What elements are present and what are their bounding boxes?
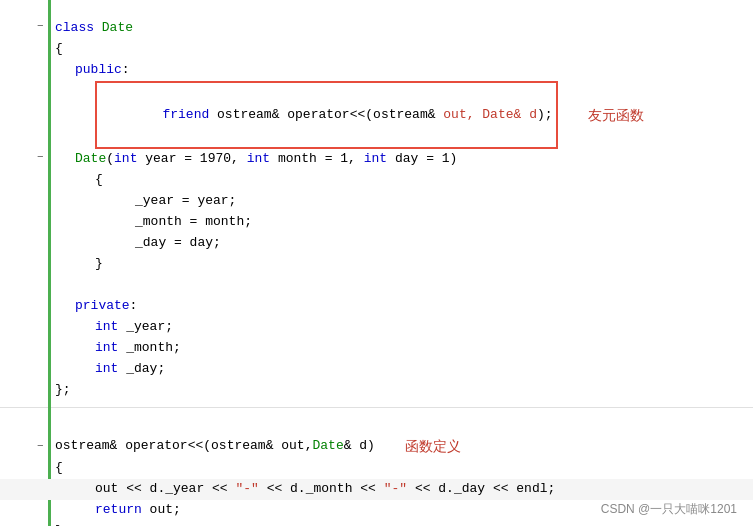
code-line: _month = month; <box>55 212 741 233</box>
code-line-func: − ostream& operator<<(ostream& out,Date&… <box>55 435 741 457</box>
code-line <box>55 275 741 296</box>
code-line: } <box>55 521 741 526</box>
paren-open: ( <box>365 107 373 122</box>
friend-annotation: 友元函数 <box>588 104 644 126</box>
code-line: } <box>55 254 741 275</box>
left-bar <box>48 0 51 526</box>
code-line: }; <box>55 380 741 401</box>
code-line: _day = day; <box>55 233 741 254</box>
semicolon: ); <box>537 107 553 122</box>
code-line: { <box>55 39 741 60</box>
d-param: d <box>529 107 537 122</box>
out-param: out, <box>443 107 482 122</box>
collapse-icon-func[interactable]: − <box>37 438 44 456</box>
code-line: int _month; <box>55 338 741 359</box>
classname: Date <box>102 18 133 39</box>
code-line: int _year; <box>55 317 741 338</box>
code-line: − Date(int year = 1970, int month = 1, i… <box>55 149 741 170</box>
keyword: class <box>55 18 102 39</box>
date-param: Date <box>482 107 513 122</box>
code-area: − class Date { public: friend ostream& o… <box>0 10 753 526</box>
code-line: public: <box>55 60 741 81</box>
watermark: CSDN @一只大喵咪1201 <box>601 501 737 518</box>
section-divider <box>0 407 753 408</box>
code-line: int _day; <box>55 359 741 380</box>
code-line: _year = year; <box>55 191 741 212</box>
ostream-type: ostream <box>217 107 272 122</box>
keyword: public <box>75 60 122 81</box>
ref-op: & <box>272 107 288 122</box>
code-line <box>55 414 741 435</box>
code-container: − class Date { public: friend ostream& o… <box>0 0 753 526</box>
code-line: − class Date <box>55 18 741 39</box>
operator-func: operator<< <box>287 107 365 122</box>
code-line: private: <box>55 296 741 317</box>
code-line: out << d._year << "-" << d._month << "-"… <box>0 479 753 500</box>
collapse-icon[interactable]: − <box>37 18 44 36</box>
friend-box: friend ostream& operator<<(ostream& out,… <box>95 81 558 149</box>
code-line: { <box>55 170 741 191</box>
code-line: { <box>55 458 741 479</box>
ref-d-param: & <box>514 107 530 122</box>
keyword-friend: friend <box>162 107 217 122</box>
ref-param: & <box>428 107 444 122</box>
colon: : <box>122 60 130 81</box>
brace: { <box>55 39 63 60</box>
code-line-friend: friend ostream& operator<<(ostream& out,… <box>55 81 741 149</box>
collapse-icon[interactable]: − <box>37 149 44 167</box>
ostream-param: ostream <box>373 107 428 122</box>
func-annotation: 函数定义 <box>405 435 461 457</box>
ctor-name: Date <box>75 149 106 170</box>
